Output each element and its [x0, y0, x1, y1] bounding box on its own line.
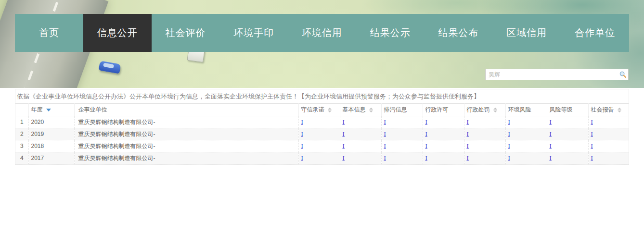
records-table: 年度 企事业单位 守信承诺 基本信息 排污信息 行政许可 行政处罚 环境风险 风… [15, 103, 629, 164]
table-row: 4 2017 重庆昊辉钢结构制造有限公司- I I I I I I I I [15, 152, 629, 164]
row-index: 1 [15, 116, 28, 128]
col-header-company: 企事业单位 [74, 104, 298, 116]
i-link[interactable]: I [508, 142, 510, 149]
i-link[interactable]: I [384, 142, 386, 149]
col-header-admin-penalty[interactable]: 行政处罚 [464, 104, 505, 116]
company-cell: 重庆昊辉钢结构制造有限公司- [74, 140, 298, 152]
i-link[interactable]: I [591, 130, 593, 137]
i-link[interactable]: I [343, 142, 345, 149]
i-link[interactable]: I [384, 118, 386, 125]
nav-item-social-eval[interactable]: 社会评价 [152, 14, 220, 52]
company-cell: 重庆昊辉钢结构制造有限公司- [74, 116, 298, 128]
content-panel: 依据《企业事业单位环境信息公开办法》公开本单位环境行为信息，全面落实企业环境保护… [15, 89, 629, 165]
i-link[interactable]: I [550, 118, 552, 125]
i-link[interactable]: I [425, 154, 427, 161]
search-input[interactable] [486, 69, 618, 80]
notice-text: 依据《企业事业单位环境信息公开办法》公开本单位环境行为信息，全面落实企业环境保护… [15, 89, 629, 103]
row-index: 4 [15, 152, 28, 164]
nav-item-home[interactable]: 首页 [15, 14, 83, 52]
nav-item-info-disclosure[interactable]: 信息公开 [83, 14, 152, 52]
sort-both-icon [618, 108, 621, 112]
year-cell: 2017 [28, 152, 74, 164]
i-link[interactable]: I [550, 154, 552, 161]
col-header-admin-permit: 行政许可 [423, 104, 464, 116]
col-header-social-report[interactable]: 社会报告 [588, 104, 629, 116]
i-link[interactable]: I [343, 154, 345, 161]
i-link[interactable]: I [467, 142, 469, 149]
sort-desc-icon [46, 109, 51, 111]
i-link[interactable]: I [591, 142, 593, 149]
i-link[interactable]: I [425, 118, 427, 125]
i-link[interactable]: I [425, 142, 427, 149]
i-link[interactable]: I [467, 130, 469, 137]
i-link[interactable]: I [467, 118, 469, 125]
i-link[interactable]: I [591, 154, 593, 161]
col-header-risk-level: 风险等级 [547, 104, 588, 116]
i-link[interactable]: I [384, 154, 386, 161]
year-cell: 2019 [28, 128, 74, 140]
nav-item-partners[interactable]: 合作单位 [561, 14, 629, 52]
i-link[interactable]: I [384, 130, 386, 137]
sort-both-icon [493, 108, 497, 112]
nav-item-env-handprint[interactable]: 环境手印 [219, 14, 288, 52]
col-header-year[interactable]: 年度 [28, 104, 74, 116]
i-link[interactable]: I [301, 154, 303, 161]
table-row: 3 2018 重庆昊辉钢结构制造有限公司- I I I I I I I I [15, 140, 629, 152]
sort-both-icon [328, 108, 332, 112]
row-index: 3 [15, 140, 28, 152]
table-row: 1 2020 重庆昊辉钢结构制造有限公司- I I I I I I I I [15, 116, 629, 128]
col-header-promise[interactable]: 守信承诺 [298, 104, 340, 116]
year-cell: 2018 [28, 140, 74, 152]
col-header-emission: 排污信息 [381, 104, 423, 116]
i-link[interactable]: I [508, 154, 510, 161]
table-header-row: 年度 企事业单位 守信承诺 基本信息 排污信息 行政许可 行政处罚 环境风险 风… [15, 104, 629, 116]
car-window [103, 63, 114, 69]
year-cell: 2020 [28, 116, 74, 128]
nav-item-region-credit[interactable]: 区域信用 [492, 14, 561, 52]
i-link[interactable]: I [591, 118, 593, 125]
nav-item-result-publicity[interactable]: 结果公示 [356, 14, 425, 52]
col-header-basic-info[interactable]: 基本信息 [340, 104, 381, 116]
nav-item-env-credit[interactable]: 环境信用 [288, 14, 356, 52]
col-header-index [15, 104, 28, 116]
main-nav: 首页 信息公开 社会评价 环境手印 环境信用 结果公示 结果公布 区域信用 合作… [15, 14, 629, 52]
i-link[interactable]: I [343, 130, 345, 137]
i-link[interactable]: I [425, 130, 427, 137]
i-link[interactable]: I [301, 118, 303, 125]
search-box [485, 69, 629, 80]
i-link[interactable]: I [301, 142, 303, 149]
search-button[interactable] [618, 69, 628, 80]
col-header-env-risk: 环境风险 [505, 104, 547, 116]
i-link[interactable]: I [508, 130, 510, 137]
i-link[interactable]: I [550, 130, 552, 137]
i-link[interactable]: I [467, 154, 469, 161]
nav-item-result-announce[interactable]: 结果公布 [425, 14, 493, 52]
table-row: 2 2019 重庆昊辉钢结构制造有限公司- I I I I I I I I [15, 128, 629, 140]
row-index: 2 [15, 128, 28, 140]
search-icon [619, 71, 626, 78]
i-link[interactable]: I [343, 118, 345, 125]
blue-car-image [99, 61, 121, 74]
sort-both-icon [369, 108, 373, 112]
i-link[interactable]: I [550, 142, 552, 149]
i-link[interactable]: I [508, 118, 510, 125]
company-cell: 重庆昊辉钢结构制造有限公司- [74, 128, 298, 140]
i-link[interactable]: I [301, 130, 303, 137]
company-cell: 重庆昊辉钢结构制造有限公司- [74, 152, 298, 164]
